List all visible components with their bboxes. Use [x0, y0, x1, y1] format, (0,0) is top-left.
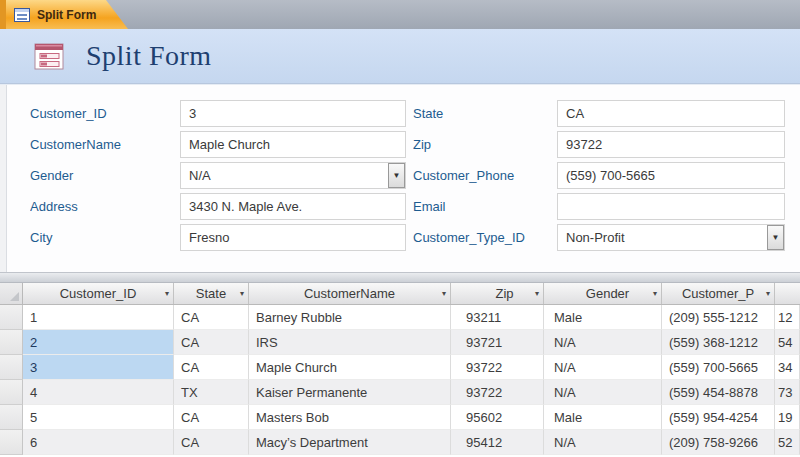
- form-view: Customer_ID State CustomerName Zip Gende…: [0, 84, 800, 272]
- row-selector[interactable]: [0, 405, 23, 430]
- table-cell[interactable]: 93721: [451, 330, 544, 355]
- table-cell[interactable]: 5: [23, 405, 174, 430]
- table-cell[interactable]: 93211: [451, 305, 544, 330]
- table-cell[interactable]: Male: [544, 305, 662, 330]
- table-cell[interactable]: Male: [544, 405, 662, 430]
- table-cell[interactable]: Masters Bob: [249, 405, 451, 430]
- table-cell[interactable]: (209) 555-1212: [662, 305, 775, 330]
- form-record-selector-strip[interactable]: [0, 85, 7, 272]
- column-header-label: Customer_ID: [60, 286, 137, 301]
- gender-combo-input[interactable]: [180, 162, 406, 189]
- table-cell[interactable]: Maple Church: [249, 355, 451, 380]
- customer-type-combo-input[interactable]: [557, 224, 785, 251]
- row-selector[interactable]: [0, 430, 23, 455]
- table-cell[interactable]: 1: [23, 305, 174, 330]
- row-selector[interactable]: [0, 355, 23, 380]
- column-header-label: Zip: [495, 286, 513, 301]
- table-cell[interactable]: Kaiser Permanente: [249, 380, 451, 405]
- table-cell[interactable]: CA: [174, 305, 249, 330]
- form-datasheet-splitter[interactable]: [0, 272, 800, 283]
- column-header-label: State: [196, 286, 226, 301]
- table-cell[interactable]: CA: [174, 430, 249, 455]
- address-input[interactable]: [180, 193, 406, 220]
- datasheet-body: 1CABarney Rubble93211Male(209) 555-12121…: [0, 305, 800, 455]
- select-all-corner[interactable]: [0, 283, 23, 304]
- table-cell[interactable]: Barney Rubble: [249, 305, 451, 330]
- table-cell[interactable]: N/A: [544, 355, 662, 380]
- customer-type-dropdown-button[interactable]: ▼: [767, 225, 784, 250]
- column-header-gender[interactable]: Gender▾: [544, 283, 662, 304]
- sort-filter-arrow-icon[interactable]: ▾: [653, 289, 657, 298]
- table-cell[interactable]: (559) 368-1212: [662, 330, 775, 355]
- customer-name-input[interactable]: [180, 131, 406, 158]
- chevron-down-icon: ▼: [772, 233, 780, 242]
- table-cell[interactable]: CA: [174, 355, 249, 380]
- table-cell[interactable]: 93722: [451, 355, 544, 380]
- column-header-label: Customer_P: [682, 286, 754, 301]
- field-label-gender: Gender: [30, 162, 180, 189]
- table-cell[interactable]: 4: [23, 380, 174, 405]
- table-cell[interactable]: 34: [775, 355, 800, 380]
- table-row: 2CAIRS93721N/A(559) 368-121254: [0, 330, 800, 355]
- table-row: 1CABarney Rubble93211Male(209) 555-12121…: [0, 305, 800, 330]
- tab-label: Split Form: [37, 8, 96, 22]
- field-label-customer-phone: Customer_Phone: [413, 162, 557, 189]
- form-icon: [14, 8, 30, 22]
- table-cell[interactable]: 73: [775, 380, 800, 405]
- table-row: 6CAMacy’s Department95412N/A(209) 758-92…: [0, 430, 800, 455]
- table-cell[interactable]: 52: [775, 430, 800, 455]
- customer-id-input[interactable]: [180, 100, 406, 127]
- column-header-zip[interactable]: Zip▾: [451, 283, 544, 304]
- customer-phone-input[interactable]: [557, 162, 785, 189]
- table-cell[interactable]: 95412: [451, 430, 544, 455]
- table-cell[interactable]: CA: [174, 330, 249, 355]
- state-input[interactable]: [557, 100, 785, 127]
- zip-input[interactable]: [557, 131, 785, 158]
- page-title: Split Form: [86, 40, 212, 72]
- table-cell[interactable]: (559) 454-8878: [662, 380, 775, 405]
- table-cell[interactable]: CA: [174, 405, 249, 430]
- table-cell[interactable]: IRS: [249, 330, 451, 355]
- document-tab-split-form[interactable]: Split Form: [0, 0, 128, 29]
- table-cell[interactable]: 54: [775, 330, 800, 355]
- table-cell[interactable]: 93722: [451, 380, 544, 405]
- table-cell[interactable]: (209) 758-9266: [662, 430, 775, 455]
- table-cell[interactable]: Macy’s Department: [249, 430, 451, 455]
- column-header-partial[interactable]: [775, 283, 800, 304]
- sort-filter-arrow-icon[interactable]: ▾: [165, 289, 169, 298]
- table-cell[interactable]: 3: [23, 355, 174, 380]
- column-header-label: CustomerName: [304, 286, 395, 301]
- sort-filter-arrow-icon[interactable]: ▾: [535, 289, 539, 298]
- row-selector[interactable]: [0, 330, 23, 355]
- field-label-state: State: [413, 100, 557, 127]
- table-cell[interactable]: 12: [775, 305, 800, 330]
- table-cell[interactable]: 95602: [451, 405, 544, 430]
- sort-filter-arrow-icon[interactable]: ▾: [766, 289, 770, 298]
- field-label-customer-name: CustomerName: [30, 131, 180, 158]
- email-input[interactable]: [557, 193, 785, 220]
- row-selector[interactable]: [0, 380, 23, 405]
- form-header-band: Split Form: [0, 29, 800, 84]
- table-cell[interactable]: (559) 700-5665: [662, 355, 775, 380]
- table-cell[interactable]: (559) 954-4254: [662, 405, 775, 430]
- chevron-down-icon: ▼: [393, 171, 401, 180]
- column-header-customername[interactable]: CustomerName▾: [249, 283, 451, 304]
- table-cell[interactable]: N/A: [544, 380, 662, 405]
- table-cell[interactable]: 19: [775, 405, 800, 430]
- table-cell[interactable]: N/A: [544, 430, 662, 455]
- field-label-email: Email: [413, 193, 557, 220]
- field-label-city: City: [30, 224, 180, 251]
- table-cell[interactable]: 2: [23, 330, 174, 355]
- column-header-customer-p[interactable]: Customer_P▾: [662, 283, 775, 304]
- column-header-state[interactable]: State▾: [174, 283, 249, 304]
- table-cell[interactable]: TX: [174, 380, 249, 405]
- column-header-customer-id[interactable]: Customer_ID▾: [23, 283, 174, 304]
- table-cell[interactable]: N/A: [544, 330, 662, 355]
- table-cell[interactable]: 6: [23, 430, 174, 455]
- sort-filter-arrow-icon[interactable]: ▾: [442, 289, 446, 298]
- table-row: 5CAMasters Bob95602Male(559) 954-425419: [0, 405, 800, 430]
- row-selector[interactable]: [0, 305, 23, 330]
- city-input[interactable]: [180, 224, 406, 251]
- gender-dropdown-button[interactable]: ▼: [388, 163, 405, 188]
- sort-filter-arrow-icon[interactable]: ▾: [240, 289, 244, 298]
